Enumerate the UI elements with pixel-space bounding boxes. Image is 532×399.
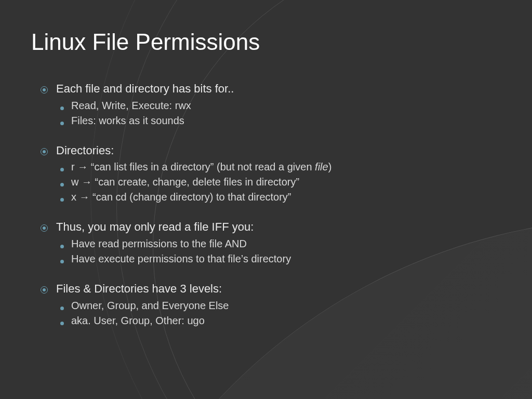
dot-bullet-icon <box>60 198 64 202</box>
target-bullet-icon <box>41 148 48 155</box>
sub-list-item: Have execute permissions to that file’s … <box>60 251 501 267</box>
list-item: Directories: r → “can list files in a di… <box>41 143 501 205</box>
dot-bullet-icon <box>60 122 64 125</box>
list-item: Thus, you may only read a file IFF you: … <box>41 219 501 267</box>
dot-bullet-icon <box>60 260 64 263</box>
dot-bullet-icon <box>60 107 64 110</box>
list-item: Files & Directories have 3 levels: Owner… <box>41 281 501 328</box>
arrow-icon: → <box>77 161 88 172</box>
bullet-text: Each file and directory has bits for.. <box>56 81 234 97</box>
dot-bullet-icon <box>60 183 64 187</box>
sub-list-item: r → “can list files in a directory” (but… <box>60 159 501 175</box>
target-bullet-icon <box>41 286 48 294</box>
bullet-list: Each file and directory has bits for.. R… <box>31 81 501 328</box>
target-bullet-icon <box>41 224 48 232</box>
sub-list-item: x → “can cd (change directory) to that d… <box>60 190 501 205</box>
list-item: Each file and directory has bits for.. R… <box>41 81 501 128</box>
sub-list-item: Read, Write, Execute: rwx <box>60 98 501 113</box>
sub-list-item: aka. User, Group, Other: ugo <box>60 313 501 328</box>
arrow-icon: → <box>79 191 90 203</box>
target-bullet-icon <box>41 86 48 94</box>
arrow-icon: → <box>82 176 92 188</box>
bullet-text: Thus, you may only read a file IFF you: <box>56 219 254 235</box>
dot-bullet-icon <box>60 322 64 325</box>
bullet-text: Directories: <box>56 143 114 158</box>
dot-bullet-icon <box>60 168 64 171</box>
sub-list-item: Have read permissions to the file AND <box>60 236 501 251</box>
sub-list-item: Owner, Group, and Everyone Else <box>60 298 501 313</box>
sub-list-item: w → “can create, change, delete files in… <box>60 175 501 190</box>
dot-bullet-icon <box>60 245 64 248</box>
dot-bullet-icon <box>60 307 64 310</box>
sub-list-item: Files: works as it sounds <box>60 113 501 128</box>
bullet-text: Files & Directories have 3 levels: <box>56 281 222 297</box>
slide-title: Linux File Permissions <box>31 29 501 55</box>
slide-content: Linux File Permissions Each file and dir… <box>0 0 532 364</box>
